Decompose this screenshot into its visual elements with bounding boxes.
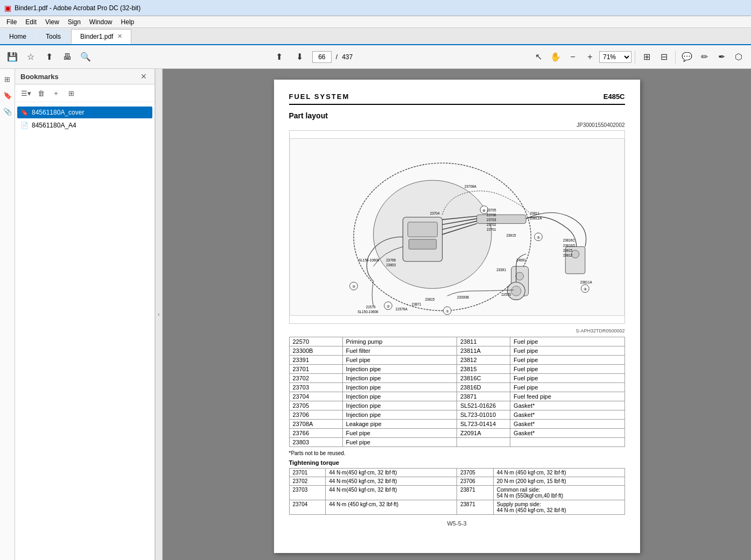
menu-bar: File Edit View Sign Window Help xyxy=(0,16,751,28)
search-button[interactable]: 🔍 xyxy=(78,49,94,65)
pdf-area[interactable]: FUEL SYSTEM E485C Part layout JP30001550… xyxy=(163,69,751,560)
tab-file-label: Binder1.pdf xyxy=(80,33,113,40)
nav-down-button[interactable]: ⬇ xyxy=(292,49,308,65)
diagram-source: S-APH32TDR0500002 xyxy=(289,328,625,334)
sidebar-menu-button[interactable]: ☰▾ xyxy=(19,87,32,100)
sidebar-content: 🔖 84561180A_cover 📄 84561180A_A4 xyxy=(15,102,155,560)
page-code: E485C xyxy=(603,93,625,101)
share-button[interactable]: ⬡ xyxy=(731,49,747,65)
sidebar-delete-button[interactable]: 🗑 xyxy=(34,87,47,100)
part-num: SL521-01626 xyxy=(457,401,510,410)
table-row: 23300B Fuel filter 23811A Fuel pipe xyxy=(289,346,624,356)
footnote: *Parts not to be reused. xyxy=(289,450,625,456)
part-name: Fuel pipe xyxy=(342,356,457,365)
sidebar-expand-button[interactable]: ⊞ xyxy=(65,87,78,100)
part-num: 23701 xyxy=(289,365,342,374)
part-num: 23702 xyxy=(289,374,342,383)
torque-num: 23705 xyxy=(457,469,493,477)
hand-tool-button[interactable]: ✋ xyxy=(548,49,564,65)
print-button[interactable]: 🖶 xyxy=(59,49,75,65)
bookmark-page-icon: 🔖 xyxy=(20,109,29,116)
svg-text:⑤: ⑤ xyxy=(536,235,539,240)
part-name: Fuel pipe xyxy=(510,346,624,356)
svg-point-8 xyxy=(515,272,523,280)
table-row: 23706 Injection pipe SL723-01010 Gasket* xyxy=(289,410,624,420)
menu-edit[interactable]: Edit xyxy=(21,17,41,27)
markup-button[interactable]: ✒ xyxy=(713,49,729,65)
part-name: Gasket* xyxy=(510,420,624,429)
svg-text:④: ④ xyxy=(583,287,586,292)
part-name: Fuel feed pipe xyxy=(510,392,624,401)
bookmark-item-a4[interactable]: 📄 84561180A_A4 xyxy=(17,119,152,131)
svg-text:23702: 23702 xyxy=(486,223,496,226)
cursor-tool-button[interactable]: ↖ xyxy=(530,49,546,65)
tightening-title: Tightening torque xyxy=(289,459,625,466)
save-button[interactable]: 💾 xyxy=(4,49,20,65)
part-name: Priming pump xyxy=(342,337,457,346)
menu-sign[interactable]: Sign xyxy=(64,17,85,27)
part-num: 23703 xyxy=(289,383,342,392)
menu-window[interactable]: Window xyxy=(85,17,117,27)
table-row: 23766 Fuel pipe Z2091A Gasket* xyxy=(289,429,624,438)
upload-button[interactable]: ⬆ xyxy=(41,49,57,65)
svg-text:SL150-10608: SL150-10608 xyxy=(359,258,380,262)
part-name: Fuel pipe xyxy=(342,429,457,438)
zoom-select[interactable]: 71% 50% 75% 100% 125% 150% xyxy=(599,51,631,63)
menu-help[interactable]: Help xyxy=(117,17,139,27)
bookmark-button[interactable]: ☆ xyxy=(23,49,39,65)
pages-icon-button[interactable]: ⊞ xyxy=(2,73,13,85)
sidebar-new-button[interactable]: + xyxy=(50,87,62,100)
bookmark-item-cover[interactable]: 🔖 84561180A_cover xyxy=(17,107,152,118)
comment-button[interactable]: 💬 xyxy=(679,49,695,65)
part-name: Fuel pipe xyxy=(342,438,457,447)
svg-text:23812: 23812 xyxy=(563,253,572,257)
parts-diagram: ⑥ ⑤ ① ② ③ ④ 23708A 23705 23706 23 xyxy=(289,130,625,324)
svg-text:⑥: ⑥ xyxy=(482,208,486,213)
torque-val: Supply pump side:44 N·m (450 kgf·cm, 32 … xyxy=(493,500,624,515)
torque-val: Common rail side:54 N·m (550kgf·cm,40 lb… xyxy=(493,486,624,500)
torque-val: 44 N·m (450 kgf·cm, 32 lbf·ft) xyxy=(493,469,624,477)
part-num: 23816D xyxy=(457,383,510,392)
svg-text:23706: 23706 xyxy=(486,213,496,217)
sidebar-close-button[interactable]: ✕ xyxy=(138,72,149,81)
left-panel-icons: ⊞ 🔖 📎 xyxy=(0,69,15,560)
tab-close-button[interactable]: ✕ xyxy=(117,33,122,40)
tab-home-label: Home xyxy=(9,33,26,40)
page-number-input[interactable] xyxy=(312,51,332,63)
part-name: Injection pipe xyxy=(342,374,457,383)
part-num: 23300B xyxy=(289,346,342,356)
torque-val: 20 N·m (200 kgf·cm, 15 lbf·ft) xyxy=(493,477,624,486)
pencil-button[interactable]: ✏ xyxy=(696,49,712,65)
tab-home[interactable]: Home xyxy=(0,29,36,44)
part-num: 23812 xyxy=(457,356,510,365)
tab-bar: Home Tools Binder1.pdf ✕ xyxy=(0,28,751,45)
svg-text:23815: 23815 xyxy=(506,233,516,237)
svg-text:23816C: 23816C xyxy=(563,238,575,242)
page-footer: W5-5-3 xyxy=(289,520,625,527)
menu-view[interactable]: View xyxy=(41,17,64,27)
svg-text:23766: 23766 xyxy=(386,258,396,262)
part-name: Fuel filter xyxy=(342,346,457,356)
torque-val: 44 N·m (450 kgf·cm, 32 lbf·ft) xyxy=(326,500,457,515)
table-row: 23705 Injection pipe SL521-01626 Gasket* xyxy=(289,401,624,410)
zoom-in-button[interactable]: + xyxy=(582,49,598,65)
nav-up-button[interactable]: ⬆ xyxy=(271,49,287,65)
view-button[interactable]: ⊞ xyxy=(638,49,655,65)
page-display-button[interactable]: ⊟ xyxy=(656,49,672,65)
table-row: 23708A Leakage pipe SL723-01414 Gasket* xyxy=(289,420,624,429)
bookmarks-icon-button[interactable]: 🔖 xyxy=(2,89,13,101)
torque-num: 23703 xyxy=(289,486,326,500)
svg-text:21576: 21576 xyxy=(366,305,375,309)
part-num: 23815 xyxy=(457,365,510,374)
zoom-out-button[interactable]: − xyxy=(565,49,581,65)
part-num: 23871 xyxy=(457,392,510,401)
sidebar-toolbar: ☰▾ 🗑 + ⊞ xyxy=(15,84,155,102)
tab-file[interactable]: Binder1.pdf ✕ xyxy=(71,29,131,44)
menu-file[interactable]: File xyxy=(2,17,21,27)
tab-tools[interactable]: Tools xyxy=(37,29,70,44)
svg-text:23391: 23391 xyxy=(496,268,506,272)
sidebar-collapse-handle[interactable]: ‹ xyxy=(155,69,163,560)
annotations-icon-button[interactable]: 📎 xyxy=(2,105,13,117)
torque-num: 23706 xyxy=(457,477,493,486)
svg-text:23815: 23815 xyxy=(563,249,572,252)
